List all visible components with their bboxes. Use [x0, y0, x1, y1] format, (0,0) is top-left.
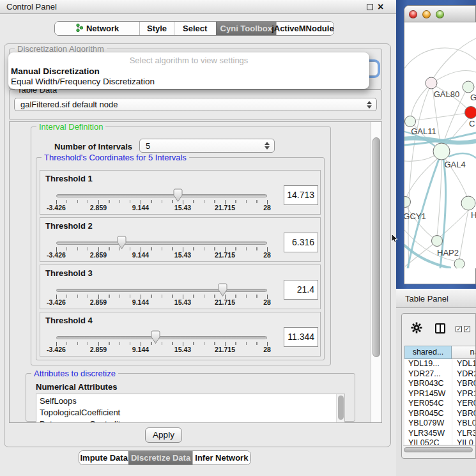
threshold-slider-track[interactable] [56, 194, 267, 197]
tab-impute-data[interactable]: Impute Data [79, 451, 128, 464]
network-node-gcy1[interactable] [404, 197, 411, 208]
table-header-row: shared... na [404, 346, 476, 359]
slider-tick-label: 28 [263, 298, 271, 306]
table-row[interactable]: YER054CYER0 [404, 399, 476, 409]
network-node-gal80[interactable] [426, 77, 437, 89]
slider-major-ticks [56, 200, 268, 204]
threshold-slider-track[interactable] [56, 336, 267, 339]
minimize-traffic-light-icon[interactable] [422, 10, 431, 19]
tab-label: Impute Data [81, 453, 128, 463]
network-node-hap2[interactable] [432, 236, 443, 247]
threshold-slider-thumb[interactable] [173, 188, 183, 203]
node-label: GCY1 [404, 211, 426, 221]
algorithm-dropdown-popup: Select algorithm to view settings Manual… [8, 52, 369, 89]
apply-button[interactable]: Apply [145, 427, 182, 443]
slider-tick-label: 2.859 [90, 298, 107, 306]
cell-name: YDR2 [452, 369, 476, 380]
threshold-value-field[interactable]: 6.316 [284, 233, 318, 252]
threshold-slider-thumb[interactable] [151, 330, 160, 344]
table-row[interactable]: YBL079WYBL0 [404, 418, 476, 429]
attribute-list-item[interactable]: BetweennessCentrality [36, 418, 344, 423]
network-node-gal4[interactable] [433, 143, 450, 160]
network-node-ga[interactable] [463, 81, 474, 93]
threshold-value-field[interactable]: 14.713 [284, 185, 318, 205]
close-traffic-light-icon[interactable] [409, 10, 417, 19]
zoom-traffic-light-icon[interactable] [436, 10, 444, 19]
tab-network[interactable]: Network [55, 22, 139, 35]
threshold-value-field[interactable]: 11.344 [284, 327, 318, 347]
node-label: GA [470, 93, 476, 102]
table-row[interactable]: YBR043CYBR0 [404, 379, 476, 389]
network-node-h[interactable] [461, 196, 475, 210]
slider-tick-label: -3.426 [47, 346, 66, 353]
scrollbar-thumb[interactable] [372, 137, 380, 357]
threshold-slider-thumb[interactable] [117, 236, 127, 250]
network-node[interactable] [454, 259, 464, 268]
node-label: HAP2 [437, 248, 459, 257]
tab-label: jActiveMNodules [272, 24, 334, 33]
node-label: GAL80 [434, 89, 459, 99]
checkbox-icon[interactable]: ✓ [464, 326, 470, 332]
attributes-list-scrollbar[interactable] [336, 394, 344, 422]
column-layout-icon[interactable] [435, 323, 445, 334]
attributes-section-title: Attributes to discretize [31, 369, 118, 378]
numerical-attributes-list[interactable]: SelfLoopsTopologicalCoefficientBetweenne… [36, 394, 345, 423]
column-header-shared-name[interactable]: shared... [404, 346, 452, 359]
panel-title: Control Panel [6, 2, 57, 12]
tab-style[interactable]: Style [139, 22, 174, 35]
tab-infer-network[interactable]: Infer Network [192, 451, 250, 464]
cell-name: YLR3 [452, 429, 476, 439]
threshold-label: Threshold 4 [45, 316, 93, 325]
slider-tick-label: 21.715 [215, 346, 235, 353]
cell-name: YPR1 [452, 389, 476, 399]
settings-gear-icon[interactable] [411, 322, 422, 334]
table-row[interactable]: YBR045CYBR0 [404, 409, 476, 419]
attribute-list-item[interactable]: TopologicalCoefficient [36, 407, 344, 418]
tab-discretize-data[interactable]: Discretize Data [128, 451, 192, 464]
close-icon[interactable]: × [378, 0, 383, 14]
threshold-panel-2: Threshold 2 -3.4262.8599.14415.4321.7152… [40, 217, 321, 262]
column-header-name[interactable]: na [452, 346, 476, 359]
slider-tick-label: -3.426 [47, 298, 66, 306]
table-row[interactable]: YDR27...YDR2 [404, 369, 476, 380]
tab-select[interactable]: Select [174, 22, 216, 35]
table-data-combobox[interactable]: galFiltered.sif default node [14, 98, 377, 111]
network-window-titlebar[interactable] [404, 6, 475, 22]
scrollbar-thumb[interactable] [404, 447, 473, 452]
tab-cyni-toolbox[interactable]: Cyni Toolbox [216, 22, 276, 35]
table-row[interactable]: YDL19...YDL1 [404, 359, 476, 369]
table-row[interactable]: YPR145WYPR1 [404, 389, 476, 399]
table-panel-titlebar: Table Panel [396, 289, 476, 308]
network-node-c[interactable] [465, 107, 476, 119]
combo-arrows-icon [367, 101, 372, 109]
control-panel-titlebar: Control Panel [0, 0, 396, 14]
dropdown-option-equal-width-frequency[interactable]: Equal Width/Frequency Discretization [11, 77, 155, 86]
table-row[interactable]: YLR345WYLR3 [404, 429, 476, 439]
attribute-list-item[interactable]: SelfLoops [36, 395, 344, 407]
cell-name: YIL0 [452, 438, 476, 445]
dropdown-placeholder-option[interactable]: Select algorithm to view settings [8, 56, 369, 65]
table-horizontal-scrollbar[interactable] [403, 445, 475, 453]
threshold-slider-track[interactable] [56, 289, 267, 292]
threshold-panel-3: Threshold 3 -3.4262.8599.14415.4321.7152… [40, 265, 321, 309]
cell-name: YDL1 [452, 359, 476, 369]
threshold-label: Threshold 1 [45, 174, 93, 183]
threshold-slider-thumb[interactable] [218, 283, 227, 297]
slider-tick-label: 28 [263, 251, 271, 259]
threshold-slider-track[interactable] [56, 242, 267, 245]
threshold-value-field[interactable]: 21.4 [284, 280, 318, 300]
number-of-intervals-combobox[interactable]: 5 [139, 139, 275, 153]
cell-shared-name: YIL052C [404, 438, 452, 445]
slider-tick-label: 21.715 [215, 298, 235, 306]
cell-shared-name: YER054C [404, 399, 452, 409]
tab-jactivemnodules[interactable]: jActiveMNodules [276, 22, 334, 35]
network-canvas[interactable]: GAL80GACGAL11GAL4GCY1HHAP2 [404, 22, 476, 268]
cell-name: YBR0 [452, 379, 476, 389]
checkbox-icon[interactable]: ✓ [456, 326, 462, 332]
table-row[interactable]: YIL052CYIL0 [404, 438, 476, 445]
scrollbar-thumb[interactable] [338, 395, 344, 420]
dropdown-option-manual-discretization[interactable]: Manual Discretization [11, 66, 100, 76]
network-node-gal11[interactable] [405, 116, 416, 127]
settings-vertical-scrollbar[interactable] [371, 122, 381, 422]
float-window-icon[interactable] [367, 4, 373, 10]
